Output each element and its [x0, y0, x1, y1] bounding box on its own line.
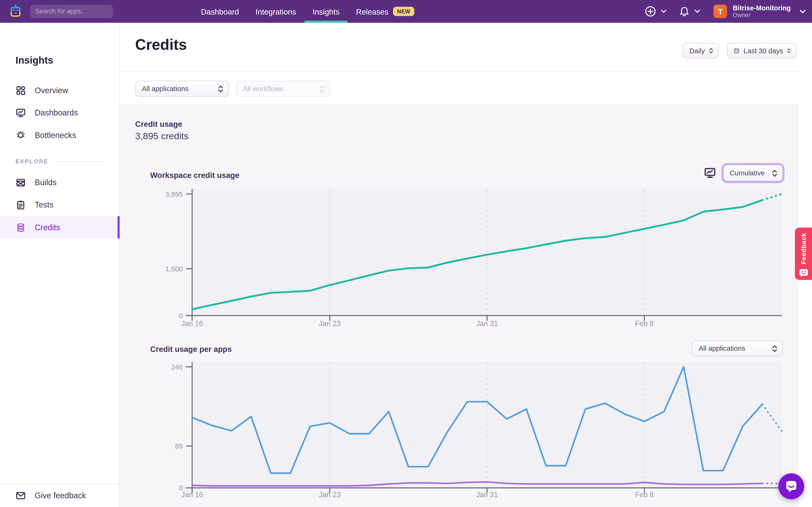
- chevron-down-icon: [695, 9, 700, 14]
- new-badge: NEW: [393, 7, 414, 16]
- nav-label: Dashboard: [201, 7, 239, 16]
- svg-text:Jan 31: Jan 31: [476, 491, 498, 499]
- svg-text:Jan 23: Jan 23: [319, 320, 341, 328]
- sidebar-item-label: Credits: [35, 223, 60, 232]
- sidebar-item-bottlenecks[interactable]: Bottlenecks: [0, 124, 119, 147]
- chevron-down-icon: [800, 9, 806, 14]
- sidebar-item-label: Dashboards: [35, 108, 78, 118]
- svg-text:Jan 23: Jan 23: [319, 491, 341, 499]
- granularity-value: Daily: [689, 47, 705, 54]
- sidebar-item-credits[interactable]: Credits: [0, 216, 119, 238]
- credit-usage-label: Credit usage: [135, 119, 182, 128]
- svg-text:3,895: 3,895: [165, 190, 183, 198]
- updown-chevron-icon: [709, 47, 713, 54]
- envelope-icon: [15, 490, 26, 501]
- bell-icon: [679, 6, 690, 17]
- nav-label: Releases: [356, 7, 388, 16]
- give-feedback-button[interactable]: Give feedback: [0, 484, 119, 507]
- workspace-name: Bitrise-Monitoring: [733, 4, 791, 12]
- app-search-box: [30, 5, 113, 18]
- granularity-select[interactable]: Daily: [682, 43, 719, 58]
- chevron-down-icon: [661, 9, 667, 14]
- notifications-dropdown-chevron[interactable]: [695, 9, 700, 14]
- sidebar-item-builds[interactable]: Builds: [0, 171, 119, 194]
- credits-panel: Credit usage 3,895 credits Workspace cre…: [119, 105, 799, 507]
- sidebar-item-label: Overview: [35, 86, 68, 95]
- builds-icon: [15, 177, 26, 187]
- header-divider: [119, 71, 812, 72]
- nav-tab-integrations[interactable]: Integrations: [247, 0, 304, 23]
- calendar-icon: [734, 47, 740, 55]
- credit-usage-per-apps-chart[interactable]: 085246Jan 16Jan 23Jan 31Feb 8: [119, 350, 799, 505]
- sidebar-section-explore: EXPLORE: [15, 155, 105, 168]
- workspace-role: Owner: [733, 12, 791, 19]
- svg-text:Feb 8: Feb 8: [635, 320, 654, 328]
- notifications-button[interactable]: [679, 6, 690, 17]
- primary-nav: Dashboard Integrations Insights Releases…: [193, 0, 423, 23]
- workspace-credit-usage-chart[interactable]: 01,5003,895Jan 16Jan 23Jan 31Feb 8: [119, 177, 799, 332]
- app-window: Dashboard Integrations Insights Releases…: [0, 0, 812, 507]
- updown-chevron-icon: [218, 85, 223, 93]
- sidebar-title: Insights: [15, 55, 53, 66]
- topbar-right-controls: T Bitrise-Monitoring Owner: [645, 0, 806, 23]
- search-input[interactable]: [34, 7, 119, 15]
- svg-text:Jan 31: Jan 31: [476, 320, 498, 328]
- applications-filter-value: All applications: [142, 85, 214, 93]
- add-new-button[interactable]: [645, 6, 656, 17]
- top-navigation-bar: Dashboard Integrations Insights Releases…: [0, 0, 812, 23]
- nav-tab-insights[interactable]: Insights: [305, 0, 348, 23]
- page-title: Credits: [135, 36, 187, 53]
- date-range-select[interactable]: Last 30 days: [727, 43, 797, 58]
- chart-mode-value: Cumulative: [730, 169, 768, 177]
- sidebar-item-label: Bottlenecks: [35, 131, 77, 140]
- nav-label: Insights: [313, 7, 340, 16]
- sidebar-item-dashboards[interactable]: Dashboards: [0, 102, 119, 124]
- chat-launcher-button[interactable]: [778, 473, 804, 499]
- credits-coins-icon: [15, 222, 26, 233]
- bitrise-logo-icon[interactable]: [8, 4, 23, 19]
- workspace-info: Bitrise-Monitoring Owner: [733, 4, 791, 19]
- workflows-filter-value: All workflows: [243, 85, 315, 93]
- chat-bubble-icon: [784, 480, 798, 493]
- grid-icon: [15, 85, 26, 96]
- applications-filter-select[interactable]: All applications: [135, 81, 229, 97]
- add-new-dropdown-chevron[interactable]: [661, 9, 667, 14]
- sidebar-item-tests[interactable]: Tests: [0, 194, 119, 216]
- insights-sidebar: Insights Overview Dashboards: [0, 23, 119, 507]
- dashboard-monitor-icon: [15, 108, 26, 118]
- workspace-avatar[interactable]: T: [714, 5, 727, 18]
- give-feedback-label: Give feedback: [35, 491, 86, 500]
- feedback-tab[interactable]: Feedback: [795, 228, 812, 280]
- svg-text:Feb 8: Feb 8: [635, 491, 654, 499]
- sidebar-item-overview[interactable]: Overview: [0, 79, 119, 101]
- svg-text:246: 246: [171, 363, 183, 371]
- nav-tab-releases[interactable]: Releases NEW: [348, 0, 423, 23]
- svg-text:85: 85: [175, 442, 183, 450]
- sidebar-item-label: Tests: [35, 200, 54, 210]
- updown-chevron-icon: [787, 47, 791, 54]
- updown-chevron-icon: [772, 169, 777, 177]
- feedback-bot-icon: [798, 268, 809, 278]
- svg-text:0: 0: [179, 312, 183, 320]
- section-label: EXPLORE: [15, 158, 49, 164]
- svg-text:1,500: 1,500: [165, 265, 183, 273]
- sidebar-item-label: Builds: [35, 178, 57, 187]
- workflows-filter-select[interactable]: All workflows: [236, 81, 331, 97]
- svg-text:Jan 16: Jan 16: [181, 491, 203, 499]
- nav-label: Integrations: [255, 7, 296, 16]
- nav-tab-dashboard[interactable]: Dashboard: [193, 0, 247, 23]
- date-range-value: Last 30 days: [744, 47, 783, 54]
- plus-circle-icon: [645, 6, 656, 17]
- feedback-tab-label: Feedback: [800, 233, 807, 264]
- credit-usage-value: 3,895 credits: [135, 131, 189, 142]
- tests-clipboard-icon: [15, 200, 26, 210]
- workspace-switcher-chevron[interactable]: [800, 9, 806, 14]
- svg-text:Jan 16: Jan 16: [181, 320, 203, 328]
- main-content: Credits Daily Last 30 days: [119, 23, 812, 507]
- updown-chevron-icon: [319, 85, 325, 93]
- bottleneck-bulb-icon: [15, 130, 26, 140]
